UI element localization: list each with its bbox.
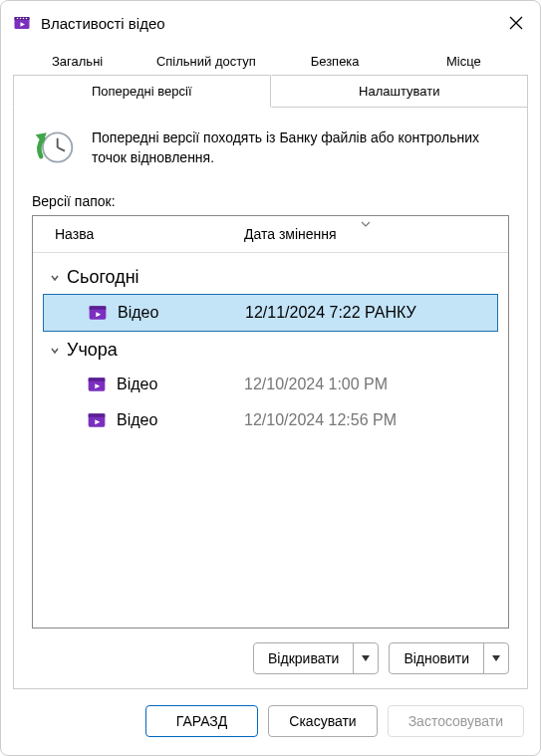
tab-location[interactable]: Місце: [400, 47, 528, 75]
row-date: 12/10/2024 1:00 PM: [244, 376, 388, 393]
column-date[interactable]: Дата змінення: [222, 216, 508, 252]
tab-security[interactable]: Безпека: [271, 47, 400, 75]
tab-content: Попередні версії походять із Банку файлі…: [13, 108, 528, 689]
list-header: Назва Дата змінення: [33, 216, 508, 253]
tab-general[interactable]: Загальні: [13, 47, 141, 75]
svg-rect-17: [89, 378, 106, 380]
info-text: Попередні версії походять із Банку файлі…: [92, 126, 509, 168]
chevron-down-icon: [49, 345, 61, 357]
versions-label: Версії папок:: [32, 193, 509, 209]
close-icon: [509, 16, 523, 30]
row-date: 12/11/2024 7:22 РАНКУ: [245, 304, 416, 322]
svg-rect-20: [89, 413, 106, 416]
version-row[interactable]: Відео 12/10/2024 1:00 PM: [37, 367, 504, 402]
apply-button: Застосовувати: [388, 705, 524, 737]
svg-point-2: [17, 18, 19, 20]
ok-button[interactable]: ГАРАЗД: [145, 705, 259, 737]
group-label: Сьогодні: [67, 267, 139, 288]
titlebar: Властивості відео: [1, 1, 540, 47]
tab-sharing[interactable]: Спільний доступ: [141, 47, 270, 75]
restore-button[interactable]: Відновити: [389, 642, 509, 674]
svg-marker-23: [492, 655, 500, 661]
video-file-icon: [88, 303, 108, 323]
version-row[interactable]: Відео 12/10/2024 12:56 PM: [37, 402, 504, 438]
column-name[interactable]: Назва: [33, 216, 222, 252]
info-row: Попередні версії походять із Банку файлі…: [32, 126, 509, 169]
row-name: Відео: [117, 376, 234, 393]
open-dropdown[interactable]: [353, 643, 378, 673]
version-row[interactable]: Відео 12/11/2024 7:22 РАНКУ: [43, 294, 498, 332]
list-body: Сьогодні Відео 12/11/2024 7:22 РАНКУ Учо…: [33, 253, 508, 628]
video-file-icon: [87, 410, 107, 430]
properties-dialog: Властивості відео Загальні Спільний дост…: [0, 0, 541, 756]
open-button[interactable]: Відкривати: [253, 642, 379, 674]
group-label: Учора: [67, 340, 118, 361]
close-button[interactable]: [502, 9, 530, 37]
versions-list[interactable]: Назва Дата змінення Сьогодні: [32, 215, 509, 629]
group-header-yesterday[interactable]: Учора: [37, 332, 504, 367]
row-name: Відео: [117, 411, 234, 429]
video-file-icon: [87, 375, 107, 394]
tab-previous-versions[interactable]: Попередні версії: [13, 75, 271, 108]
tab-strip: Загальні Спільний доступ Безпека Місце П…: [1, 47, 540, 108]
action-buttons: Відкривати Відновити: [32, 642, 509, 674]
tab-customize[interactable]: Налаштувати: [271, 75, 529, 108]
dialog-footer: ГАРАЗД Скасувати Застосовувати: [1, 689, 540, 755]
group-header-today[interactable]: Сьогодні: [37, 259, 504, 294]
svg-point-4: [23, 18, 25, 20]
video-folder-icon: [13, 14, 31, 32]
history-restore-icon: [32, 126, 76, 169]
column-date-label: Дата змінення: [244, 226, 337, 242]
cancel-button[interactable]: Скасувати: [268, 705, 377, 737]
svg-rect-14: [90, 306, 107, 309]
restore-button-label: Відновити: [390, 643, 483, 673]
dropdown-arrow-icon: [492, 651, 500, 665]
row-name: Відео: [118, 304, 235, 322]
chevron-down-icon: [360, 215, 372, 231]
svg-point-3: [20, 18, 22, 20]
svg-point-5: [26, 18, 28, 20]
open-button-label: Відкривати: [254, 643, 353, 673]
dropdown-arrow-icon: [362, 651, 370, 665]
window-title: Властивості відео: [41, 15, 492, 32]
row-date: 12/10/2024 12:56 PM: [244, 411, 397, 429]
svg-marker-22: [362, 655, 370, 661]
restore-dropdown[interactable]: [483, 643, 508, 673]
chevron-down-icon: [49, 272, 61, 284]
